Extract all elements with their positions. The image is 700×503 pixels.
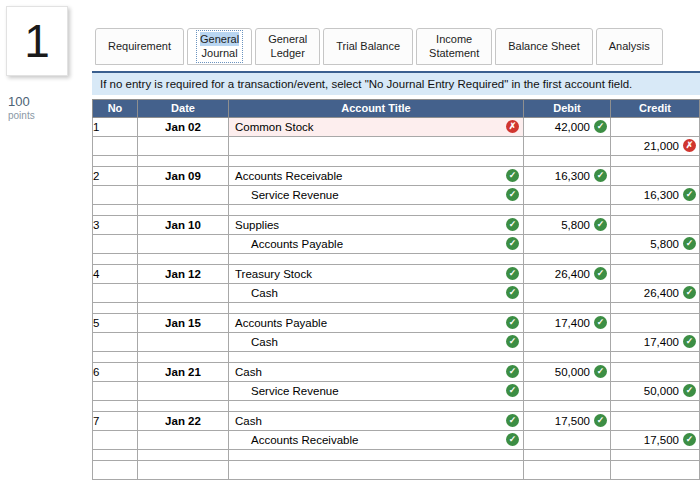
tab-trial-balance[interactable]: Trial Balance [323, 28, 413, 65]
account-title-cell[interactable] [229, 136, 524, 155]
check-icon: ✓ [506, 384, 519, 397]
debit-cell[interactable]: 17,400✓ [524, 313, 611, 332]
debit-amount: 17,500 [555, 415, 590, 427]
account-title-cell[interactable]: Cash✓ [229, 283, 524, 302]
credit-cell[interactable] [611, 215, 700, 234]
spacer-cell [93, 253, 138, 264]
transaction-no-cell [93, 234, 138, 253]
tab-label: Trial Balance [333, 38, 403, 54]
credit-cell[interactable] [611, 411, 700, 430]
credit-cell[interactable]: 50,000✓ [611, 381, 700, 400]
spacer-cell [138, 449, 229, 460]
date-cell [138, 332, 229, 351]
journal-row: Service Revenue✓50,000✓ [93, 381, 700, 400]
spacer-row [93, 302, 700, 313]
account-title-cell[interactable]: Service Revenue✓ [229, 381, 524, 400]
credit-cell[interactable]: 17,400✓ [611, 332, 700, 351]
spacer-cell [229, 302, 524, 313]
account-title-cell[interactable]: Cash✓ [229, 362, 524, 381]
credit-cell[interactable] [611, 117, 700, 136]
account-title-cell[interactable]: Service Revenue✓ [229, 185, 524, 204]
error-icon: ✗ [506, 120, 519, 133]
credit-cell[interactable] [611, 166, 700, 185]
account-title-cell[interactable]: Accounts Payable✓ [229, 313, 524, 332]
tab-label: IncomeStatement [426, 31, 482, 62]
journal-row: Accounts Payable✓5,800✓ [93, 234, 700, 253]
journal-row: 5Jan 15Accounts Payable✓17,400✓ [93, 313, 700, 332]
check-icon: ✓ [683, 286, 696, 299]
account-title-cell[interactable] [229, 460, 524, 479]
credit-cell[interactable] [611, 313, 700, 332]
account-title: Accounts Receivable [251, 434, 358, 446]
credit-cell[interactable]: 5,800✓ [611, 234, 700, 253]
question-sidebar: 1 100 points [0, 0, 92, 503]
debit-cell[interactable] [524, 332, 611, 351]
notice-bar: If no entry is required for a transactio… [92, 71, 700, 95]
check-icon: ✓ [594, 169, 607, 182]
account-title-cell[interactable]: Cash✓ [229, 411, 524, 430]
spacer-cell [229, 253, 524, 264]
debit-cell[interactable]: 5,800✓ [524, 215, 611, 234]
account-title: Service Revenue [251, 189, 339, 201]
debit-cell[interactable] [524, 234, 611, 253]
journal-row: 6Jan 21Cash✓50,000✓ [93, 362, 700, 381]
spacer-cell [524, 302, 611, 313]
date-cell [138, 430, 229, 449]
spacer-cell [93, 155, 138, 166]
credit-amount: 26,400 [644, 287, 679, 299]
debit-cell[interactable]: 42,000✓ [524, 117, 611, 136]
debit-cell[interactable]: 26,400✓ [524, 264, 611, 283]
tab-label: GeneralJournal [197, 31, 242, 62]
debit-cell[interactable] [524, 381, 611, 400]
account-title-cell[interactable]: Cash✓ [229, 332, 524, 351]
debit-cell[interactable]: 16,300✓ [524, 166, 611, 185]
journal-row: 7Jan 22Cash✓17,500✓ [93, 411, 700, 430]
credit-cell[interactable] [611, 362, 700, 381]
journal-row: Accounts Receivable✓17,500✓ [93, 430, 700, 449]
credit-cell[interactable] [611, 460, 700, 479]
spacer-cell [93, 351, 138, 362]
debit-cell[interactable] [524, 185, 611, 204]
account-title-cell[interactable]: Accounts Payable✓ [229, 234, 524, 253]
credit-cell[interactable]: 16,300✓ [611, 185, 700, 204]
tab-balance-sheet[interactable]: Balance Sheet [495, 28, 593, 65]
journal-table: NoDateAccount TitleDebitCredit 1Jan 02Co… [92, 99, 700, 480]
check-icon: ✓ [506, 218, 519, 231]
tab-label: Balance Sheet [505, 38, 583, 54]
credit-cell[interactable]: 26,400✓ [611, 283, 700, 302]
check-icon: ✓ [506, 169, 519, 182]
check-icon: ✓ [594, 316, 607, 329]
tab-analysis[interactable]: Analysis [596, 28, 663, 65]
tab-income-statement[interactable]: IncomeStatement [416, 28, 492, 65]
debit-cell[interactable]: 17,500✓ [524, 411, 611, 430]
check-icon: ✓ [506, 414, 519, 427]
tab-general-ledger[interactable]: GeneralLedger [255, 28, 320, 65]
check-icon: ✓ [594, 218, 607, 231]
debit-cell[interactable] [524, 283, 611, 302]
account-title-cell[interactable]: Accounts Receivable✓ [229, 166, 524, 185]
debit-cell[interactable] [524, 136, 611, 155]
transaction-no-cell: 7 [93, 411, 138, 430]
account-title-cell[interactable]: Common Stock✗ [229, 117, 524, 136]
spacer-row [93, 155, 700, 166]
spacer-cell [611, 253, 700, 264]
question-number: 1 [24, 18, 50, 64]
debit-cell[interactable] [524, 460, 611, 479]
tab-general-journal[interactable]: GeneralJournal [187, 28, 252, 65]
account-title-cell[interactable]: Supplies✓ [229, 215, 524, 234]
date-cell [138, 283, 229, 302]
debit-cell[interactable]: 50,000✓ [524, 362, 611, 381]
credit-cell[interactable]: 21,000✗ [611, 136, 700, 155]
spacer-cell [229, 400, 524, 411]
debit-cell[interactable] [524, 430, 611, 449]
credit-amount: 21,000 [644, 140, 679, 152]
column-header-no: No [93, 99, 138, 117]
spacer-cell [524, 155, 611, 166]
credit-cell[interactable] [611, 264, 700, 283]
account-title-cell[interactable]: Treasury Stock✓ [229, 264, 524, 283]
spacer-cell [138, 204, 229, 215]
tab-requirement[interactable]: Requirement [95, 28, 184, 65]
transaction-no-cell [93, 381, 138, 400]
account-title-cell[interactable]: Accounts Receivable✓ [229, 430, 524, 449]
credit-cell[interactable]: 17,500✓ [611, 430, 700, 449]
